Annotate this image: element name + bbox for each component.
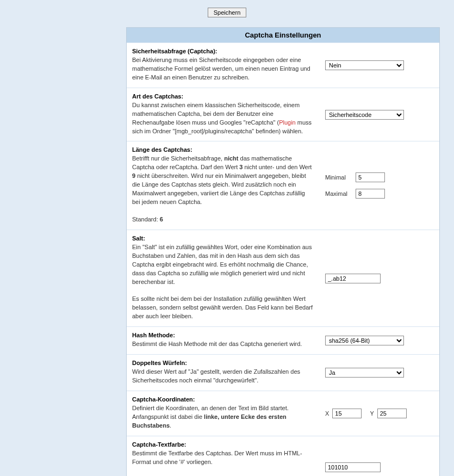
captcha-settings-panel: Captcha Einstellungen Sicherheitsabfrage… <box>126 27 440 476</box>
plugin-link[interactable]: Plugin <box>279 119 296 126</box>
input-x[interactable] <box>332 409 362 418</box>
input-max[interactable] <box>356 189 385 199</box>
desc-type-pre: Du kannst zwischen einem klassischen Sic… <box>132 102 300 126</box>
row-textcolor: Captcha-Textfarbe: Bestimmt die Textfarb… <box>127 436 439 476</box>
input-textcolor[interactable] <box>325 462 381 472</box>
select-hash[interactable]: sha256 (64-Bit) <box>325 336 404 345</box>
label-y: Y <box>370 410 374 417</box>
select-activate[interactable]: Nein <box>325 60 404 70</box>
select-double[interactable]: Ja <box>325 368 404 378</box>
label-activate: Sicherheitsabfrage (Captcha): <box>132 48 217 54</box>
label-double: Doppeltes Würfeln: <box>132 360 187 366</box>
row-length: Länge des Captchas: Betrifft nur die Sic… <box>127 141 439 229</box>
label-type: Art des Captchas: <box>132 93 183 100</box>
label-salt: Salt: <box>132 235 145 242</box>
label-max: Maximal <box>325 190 352 197</box>
label-length: Länge des Captchas: <box>132 146 192 153</box>
label-textcolor: Captcha-Textfarbe: <box>132 441 186 448</box>
row-type: Art des Captchas: Du kannst zwischen ein… <box>127 88 439 141</box>
desc-activate: Bei Aktivierung muss ein Sicherheitscode… <box>132 57 310 81</box>
label-coords: Captcha-Koordinaten: <box>132 396 195 403</box>
select-type[interactable]: Sicherheitscode <box>325 110 404 120</box>
section-header-captcha: Captcha Einstellungen <box>127 28 439 42</box>
row-coords: Captcha-Koordinaten: Definiert die Koord… <box>127 391 439 436</box>
row-activate: Sicherheitsabfrage (Captcha): Bei Aktivi… <box>127 42 439 88</box>
input-min[interactable] <box>356 172 385 182</box>
input-y[interactable] <box>377 409 407 418</box>
label-min: Minimal <box>325 174 352 181</box>
label-hash: Hash Methode: <box>132 332 175 338</box>
row-salt: Salt: Ein "Salt" ist ein zufällig gewähl… <box>127 230 439 326</box>
label-x: X <box>325 410 329 417</box>
input-salt[interactable] <box>325 274 381 283</box>
row-hash: Hash Methode: Bestimmt die Hash Methode … <box>127 326 439 354</box>
row-double: Doppeltes Würfeln: Wird dieser Wert auf … <box>127 354 439 391</box>
save-button[interactable]: Speichern <box>208 8 247 17</box>
